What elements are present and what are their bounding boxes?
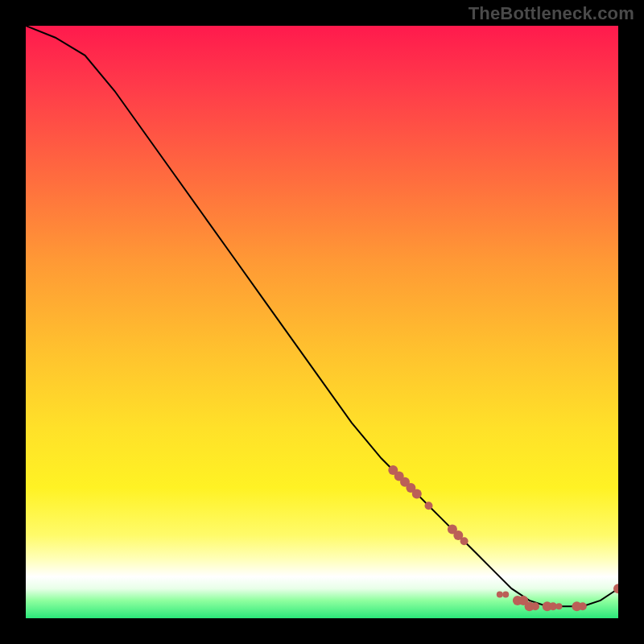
app-frame: TheBottleneck.com: [0, 0, 644, 644]
data-marker: [412, 489, 422, 498]
data-marker: [502, 592, 509, 598]
data-marker: [579, 602, 587, 610]
data-marker: [497, 592, 503, 598]
data-marker: [425, 502, 433, 510]
watermark-text: TheBottleneck.com: [469, 3, 634, 24]
plot-area: [26, 26, 618, 618]
data-markers: [388, 465, 618, 611]
plot: [26, 26, 618, 618]
data-marker: [555, 603, 562, 609]
chart-svg: [26, 26, 618, 618]
bottleneck-curve: [26, 26, 618, 606]
data-marker: [460, 537, 469, 545]
data-marker: [531, 602, 539, 610]
